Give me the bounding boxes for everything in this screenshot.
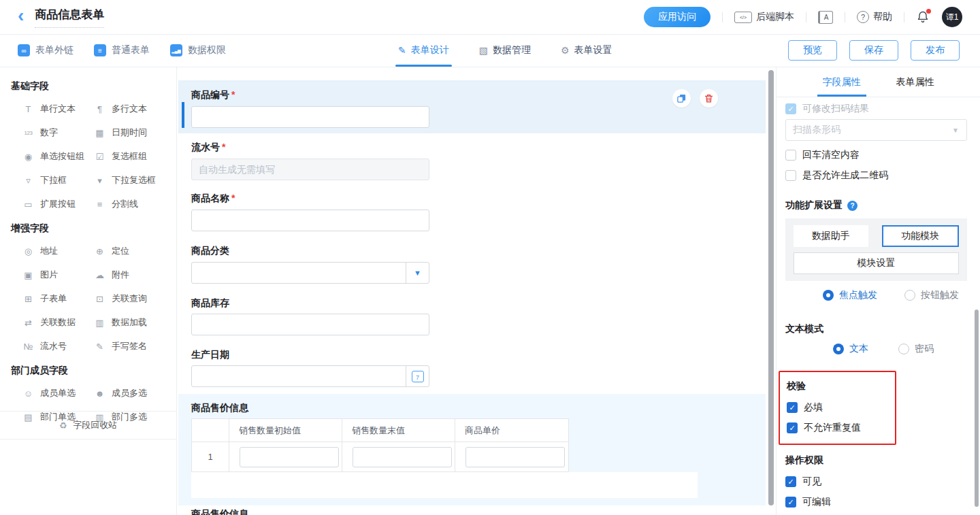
delete-field-button[interactable]	[700, 89, 718, 107]
field-item-member-multi[interactable]: ☻成员多选	[94, 387, 176, 399]
field-item-linked-query[interactable]: ⊡关联查询	[94, 293, 176, 305]
extension-section-title: 功能扩展设置 ?	[785, 199, 966, 212]
field-item-linked-data[interactable]: ⇄关联数据	[22, 316, 94, 329]
extension-panel: 数据助手 功能模块 模块设置	[785, 218, 967, 281]
select-suffix[interactable]: ▼	[406, 263, 429, 283]
field-item-label: 子表单	[40, 293, 67, 305]
page-title[interactable]: 商品信息表单	[35, 7, 104, 28]
function-module-button[interactable]: 功能模块	[882, 225, 960, 247]
field-item-dropdown-multi[interactable]: ▾下拉复选框	[94, 174, 176, 186]
field-item-number[interactable]: 123数字	[22, 127, 94, 139]
tab-form-design[interactable]: ✎ 表单设计	[398, 34, 449, 67]
help-button[interactable]: ? 帮助	[857, 11, 892, 23]
field-item-dropdown[interactable]: ▿下拉框	[22, 174, 94, 186]
text-option[interactable]: 文本	[833, 343, 868, 355]
field-card-category[interactable]: 商品分类 ▼	[177, 245, 776, 284]
subform-add-row-area[interactable]	[191, 472, 698, 498]
field-item-extend-button[interactable]: ▭扩展按钮	[22, 198, 94, 210]
button-trigger-radio[interactable]	[904, 290, 915, 301]
normal-form-label: 普通表单	[112, 44, 150, 56]
stock-input[interactable]	[191, 314, 429, 335]
text-mode-title-text: 文本模式	[785, 323, 823, 335]
field-card-product-code[interactable]: 商品编号*	[178, 80, 766, 133]
unit-price-input[interactable]	[466, 447, 565, 467]
clear-on-enter-checkbox[interactable]	[785, 150, 796, 161]
form-external-link-button[interactable]: ∞ 表单外链	[18, 44, 74, 56]
tab-data-management[interactable]: ▧ 数据管理	[479, 34, 531, 67]
module-settings-button[interactable]: 模块设置	[794, 252, 959, 274]
field-item-data-load[interactable]: ▥数据加载	[94, 316, 176, 329]
trigger-radio-group: 焦点触发 按钮触发	[823, 289, 966, 301]
product-code-input[interactable]	[191, 106, 429, 128]
field-item-divider-line[interactable]: ≡分割线	[94, 198, 176, 210]
publish-button[interactable]: 发布	[911, 40, 960, 61]
notification-badge	[926, 9, 931, 14]
field-item-signature[interactable]: ✎手写签名	[94, 340, 176, 352]
sales-start-input[interactable]	[240, 447, 339, 467]
serial-input	[191, 159, 429, 180]
production-date-input[interactable]	[192, 366, 406, 386]
number-icon: 123	[22, 130, 34, 136]
field-item-datetime[interactable]: ▦日期时间	[94, 127, 176, 139]
field-card-serial[interactable]: 流水号*	[177, 142, 776, 180]
visible-checkbox[interactable]	[785, 476, 796, 487]
contacts-button[interactable]: A	[818, 11, 833, 24]
field-card-product-name[interactable]: 商品名称*	[177, 193, 776, 231]
button-trigger-option[interactable]: 按钮触发	[904, 289, 959, 301]
tab-field-properties[interactable]: 字段属性	[823, 67, 861, 97]
tab-form-properties[interactable]: 表单属性	[896, 67, 934, 97]
field-item-subform[interactable]: ⊞子表单	[22, 293, 94, 305]
app-access-button[interactable]: 应用访问	[644, 7, 710, 27]
date-picker[interactable]: 7	[191, 365, 429, 387]
editable-checkbox[interactable]	[785, 497, 796, 508]
password-option[interactable]: 密码	[898, 343, 934, 355]
date-suffix[interactable]: 7	[406, 366, 429, 386]
tab-data-management-label: 数据管理	[493, 44, 531, 56]
back-icon[interactable]: ‹	[18, 6, 24, 25]
panel-scrollbar[interactable]	[975, 310, 979, 507]
field-card-production-date[interactable]: 生产日期 7	[177, 349, 776, 387]
field-item-serial-number[interactable]: №流水号	[22, 340, 94, 352]
no-duplicate-checkbox[interactable]	[787, 422, 798, 433]
category-select[interactable]: ▼	[191, 262, 429, 284]
field-item-image[interactable]: ▣图片	[22, 269, 94, 281]
copy-field-button[interactable]	[672, 89, 691, 107]
field-item-single-line-text[interactable]: T单行文本	[22, 103, 94, 115]
field-item-member-single[interactable]: ☺成员单选	[22, 387, 94, 399]
data-assistant-button[interactable]: 数据助手	[794, 225, 868, 247]
tab-form-settings[interactable]: ⚙ 表单设置	[561, 34, 612, 67]
text-option-label: 文本	[849, 343, 868, 355]
required-checkbox[interactable]	[787, 402, 798, 413]
field-item-label: 复选框组	[112, 150, 147, 163]
focus-trigger-option[interactable]: 焦点触发	[823, 289, 877, 301]
field-item-label: 地址	[40, 245, 58, 257]
focus-trigger-radio[interactable]	[823, 290, 834, 301]
password-radio[interactable]	[898, 344, 909, 354]
allow-qrcode-label: 是否允许生成二维码	[802, 169, 888, 182]
field-item-multi-line-text[interactable]: ¶多行文本	[94, 103, 176, 115]
field-item-attachment[interactable]: ☁附件	[94, 269, 176, 281]
field-item-location[interactable]: ⊕定位	[94, 245, 176, 257]
field-recycle-bin-button[interactable]: ♻ 字段回收站	[0, 412, 176, 439]
text-radio[interactable]	[833, 344, 844, 354]
field-item-checkbox-group[interactable]: ☑复选框组	[94, 150, 176, 163]
normal-form-button[interactable]: ≡ 普通表单	[94, 44, 150, 56]
help-icon[interactable]: ?	[847, 201, 858, 211]
allow-qrcode-checkbox[interactable]	[785, 170, 796, 181]
product-name-input[interactable]	[191, 210, 429, 231]
category-input[interactable]	[192, 263, 406, 283]
column-header: 销售数量末值	[342, 419, 455, 442]
preview-button[interactable]: 预览	[788, 40, 837, 61]
data-permission-button[interactable]: ▂▄▆ 数据权限	[170, 44, 226, 56]
notification-button[interactable]	[916, 10, 930, 24]
subform-card-price-info[interactable]: 商品售价信息 销售数量初始值 销售数量末值 商品单价 1	[178, 394, 766, 505]
next-field-label-partial: 商品售价信息	[177, 508, 776, 515]
canvas-scrollbar[interactable]	[768, 70, 774, 505]
save-button[interactable]: 保存	[849, 40, 898, 61]
field-item-address[interactable]: ◎地址	[22, 245, 94, 257]
avatar[interactable]: 谭1	[942, 7, 962, 27]
backend-script-button[interactable]: </> 后端脚本	[734, 11, 794, 23]
field-item-radio-group[interactable]: ◉单选按钮组	[22, 150, 94, 163]
field-card-stock[interactable]: 商品库存	[177, 297, 776, 335]
sales-end-input[interactable]	[353, 447, 452, 467]
